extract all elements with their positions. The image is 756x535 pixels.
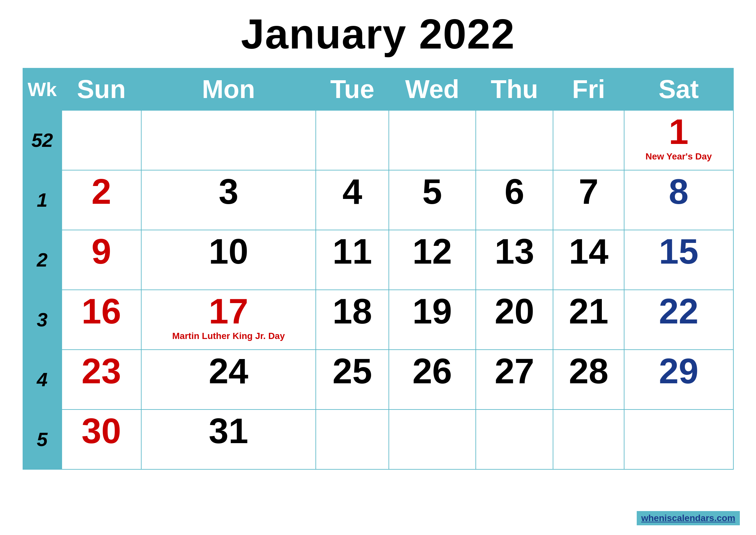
day-cell bbox=[476, 409, 554, 469]
table-row: 521New Year's Day bbox=[23, 110, 733, 170]
day-cell: 25 bbox=[316, 350, 389, 409]
table-row: 12345678 bbox=[23, 170, 733, 230]
week-number: 5 bbox=[23, 409, 62, 469]
header-row: Wk Sun Mon Tue Wed Thu Fri Sat bbox=[23, 68, 733, 110]
day-number: 29 bbox=[659, 353, 698, 389]
holiday-label: Martin Luther King Jr. Day bbox=[172, 330, 285, 342]
day-number: 16 bbox=[81, 294, 121, 329]
day-cell: 15 bbox=[624, 230, 733, 290]
day-number: 12 bbox=[413, 234, 452, 269]
day-number: 5 bbox=[422, 174, 442, 209]
day-number: 17 bbox=[209, 294, 248, 329]
day-cell: 13 bbox=[476, 230, 554, 290]
holiday-label: New Year's Day bbox=[645, 151, 712, 162]
day-cell: 20 bbox=[476, 290, 554, 350]
week-number: 52 bbox=[23, 110, 62, 170]
table-row: 31617Martin Luther King Jr. Day181920212… bbox=[23, 290, 733, 350]
day-number: 13 bbox=[495, 234, 534, 269]
day-cell: 4 bbox=[316, 170, 389, 230]
header-sun: Sun bbox=[62, 68, 141, 110]
table-row: 53031 bbox=[23, 409, 733, 469]
day-number: 22 bbox=[659, 294, 698, 329]
day-cell bbox=[553, 110, 624, 170]
day-number: 31 bbox=[209, 413, 248, 449]
day-cell: 22 bbox=[624, 290, 733, 350]
day-number: 1 bbox=[669, 114, 688, 150]
day-number: 21 bbox=[569, 294, 608, 329]
day-cell: 11 bbox=[316, 230, 389, 290]
day-number: 20 bbox=[495, 294, 534, 329]
header-sat: Sat bbox=[624, 68, 733, 110]
day-number: 15 bbox=[659, 234, 698, 269]
day-number: 14 bbox=[569, 234, 608, 269]
day-cell bbox=[141, 110, 316, 170]
watermark[interactable]: wheniscalendars.com bbox=[637, 511, 740, 525]
day-cell: 17Martin Luther King Jr. Day bbox=[141, 290, 316, 350]
calendar-body: 521New Year's Day12345678291011121314153… bbox=[23, 110, 733, 469]
day-cell: 28 bbox=[553, 350, 624, 409]
week-number: 4 bbox=[23, 350, 62, 409]
day-number: 3 bbox=[219, 174, 238, 209]
day-cell: 2 bbox=[62, 170, 141, 230]
day-cell bbox=[316, 110, 389, 170]
day-number: 7 bbox=[579, 174, 599, 209]
day-number: 6 bbox=[504, 174, 524, 209]
day-number: 2 bbox=[92, 174, 111, 209]
day-cell: 6 bbox=[476, 170, 554, 230]
day-number: 30 bbox=[81, 413, 121, 449]
day-cell: 24 bbox=[141, 350, 316, 409]
day-number: 24 bbox=[209, 353, 248, 389]
table-row: 29101112131415 bbox=[23, 230, 733, 290]
day-cell: 5 bbox=[389, 170, 476, 230]
day-cell: 10 bbox=[141, 230, 316, 290]
day-cell: 31 bbox=[141, 409, 316, 469]
day-number: 28 bbox=[569, 353, 608, 389]
day-number: 8 bbox=[669, 174, 688, 209]
day-cell: 16 bbox=[62, 290, 141, 350]
day-number: 11 bbox=[333, 234, 372, 269]
day-number: 25 bbox=[333, 353, 372, 389]
day-cell bbox=[62, 110, 141, 170]
day-cell: 8 bbox=[624, 170, 733, 230]
day-cell: 26 bbox=[389, 350, 476, 409]
day-cell bbox=[624, 409, 733, 469]
day-cell bbox=[389, 110, 476, 170]
day-cell: 18 bbox=[316, 290, 389, 350]
watermark-link[interactable]: wheniscalendars.com bbox=[641, 513, 735, 523]
day-number: 26 bbox=[413, 353, 452, 389]
day-cell: 12 bbox=[389, 230, 476, 290]
day-cell bbox=[316, 409, 389, 469]
calendar-container: January 2022 Wk Sun Mon Tue Wed Thu Fri … bbox=[23, 0, 734, 470]
day-number: 18 bbox=[333, 294, 372, 329]
day-cell: 19 bbox=[389, 290, 476, 350]
day-cell: 30 bbox=[62, 409, 141, 469]
calendar-table: Wk Sun Mon Tue Wed Thu Fri Sat 521New Ye… bbox=[23, 68, 734, 470]
day-cell bbox=[389, 409, 476, 469]
header-wk: Wk bbox=[23, 68, 62, 110]
week-number: 3 bbox=[23, 290, 62, 350]
day-cell: 23 bbox=[62, 350, 141, 409]
day-number: 10 bbox=[209, 234, 248, 269]
week-number: 1 bbox=[23, 170, 62, 230]
day-cell bbox=[476, 110, 554, 170]
week-number: 2 bbox=[23, 230, 62, 290]
day-cell: 3 bbox=[141, 170, 316, 230]
day-cell: 21 bbox=[553, 290, 624, 350]
header-thu: Thu bbox=[476, 68, 554, 110]
day-cell: 7 bbox=[553, 170, 624, 230]
day-cell: 9 bbox=[62, 230, 141, 290]
table-row: 423242526272829 bbox=[23, 350, 733, 409]
day-cell: 14 bbox=[553, 230, 624, 290]
day-cell bbox=[553, 409, 624, 469]
day-number: 23 bbox=[81, 353, 121, 389]
day-cell: 27 bbox=[476, 350, 554, 409]
day-cell: 1New Year's Day bbox=[624, 110, 733, 170]
header-mon: Mon bbox=[141, 68, 316, 110]
header-tue: Tue bbox=[316, 68, 389, 110]
day-cell: 29 bbox=[624, 350, 733, 409]
day-number: 9 bbox=[92, 234, 111, 269]
header-fri: Fri bbox=[553, 68, 624, 110]
day-number: 4 bbox=[342, 174, 362, 209]
day-number: 27 bbox=[495, 353, 534, 389]
calendar-title: January 2022 bbox=[23, 10, 734, 58]
